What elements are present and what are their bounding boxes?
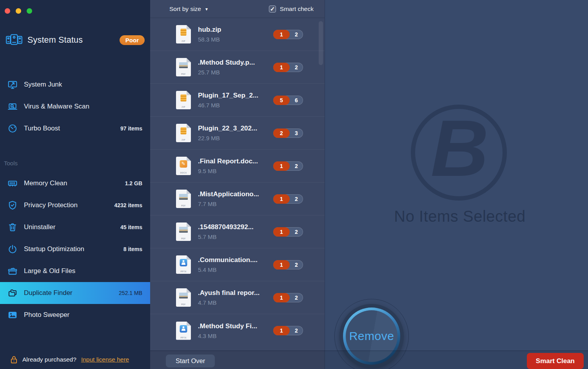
- file-size: 7.7 MB: [198, 201, 259, 207]
- smart-check-control[interactable]: Smart check: [269, 5, 314, 13]
- selected-count: 1: [273, 260, 290, 270]
- file-type-icon: PDF: [176, 190, 191, 208]
- file-name: Plugin_22_3_202...: [198, 125, 257, 132]
- file-name: hub.zip: [198, 26, 221, 34]
- sidebar-item-label: Startup Optimization: [24, 245, 84, 253]
- file-size: 4.3 MB: [198, 333, 257, 339]
- close-button[interactable]: [5, 8, 10, 14]
- sidebar-item-label: Large & Old Files: [24, 267, 75, 275]
- sidebar-item-privacy-protection[interactable]: Privacy Protection 4232 items: [0, 194, 150, 216]
- total-count: 2: [290, 260, 303, 270]
- duplicate-count-badge[interactable]: 1 2: [273, 63, 303, 72]
- file-row[interactable]: PDF .1548870493292... 5.7 MB 1 2: [150, 215, 325, 248]
- sidebar-item-label: Virus & Malware Scan: [24, 103, 89, 110]
- sidebar-item-virus-malware-scan[interactable]: Virus & Malware Scan: [0, 96, 150, 118]
- file-type-icon: DOCX: [176, 157, 191, 175]
- duplicate-count-badge[interactable]: 1 2: [273, 194, 303, 204]
- file-row[interactable]: ZIP Plugin_22_3_202... 22.9 MB 2 3: [150, 117, 325, 150]
- sidebar-tools: Memory Clean 1.2 GB Privacy Protection 4…: [0, 172, 150, 326]
- file-ext-label: PDF: [178, 238, 189, 240]
- lock-icon: [10, 355, 18, 364]
- file-row[interactable]: PDF .MistApplicationo... 7.7 MB 1 2: [150, 183, 325, 215]
- startup-optimization-icon: [7, 244, 18, 255]
- system-status-icon: [5, 33, 23, 47]
- file-row[interactable]: PPTX .Communication.... 5.4 MB 1 2: [150, 248, 325, 281]
- sidebar: System Status Poor System Junk: [0, 0, 150, 369]
- start-over-button[interactable]: Start Over: [166, 355, 215, 367]
- file-type-icon: PDF: [176, 288, 191, 307]
- virus-malware-scan-icon: [7, 101, 18, 112]
- page-title: System Status: [27, 35, 83, 45]
- file-name: .Method Study.p...: [198, 59, 255, 67]
- app-window: System Status Poor System Junk: [0, 0, 588, 369]
- file-type-icon: ZIP: [176, 25, 191, 43]
- minimize-button[interactable]: [16, 8, 21, 14]
- smart-clean-button[interactable]: Smart Clean: [527, 353, 584, 369]
- privacy-protection-icon: [7, 200, 18, 211]
- sidebar-item-count: 97 items: [120, 125, 142, 132]
- file-name: .Communication....: [198, 256, 258, 264]
- file-size: 46.7 MB: [198, 102, 258, 109]
- file-size: 4.7 MB: [198, 299, 260, 306]
- total-count: 2: [290, 161, 303, 171]
- file-row[interactable]: PPTX .Method Study Fi... 4.3 MB 1 2: [150, 314, 325, 347]
- file-list: ZIP hub.zip 58.3 MB 1 2 PDF .Method Stud…: [150, 18, 325, 351]
- file-ext-label: PPTX: [178, 336, 189, 338]
- file-name: .Ayush final repor...: [198, 289, 260, 297]
- sort-by-size-dropdown[interactable]: Sort by size ▼: [169, 5, 209, 13]
- file-ext-label: PDF: [178, 304, 189, 306]
- file-size: 58.3 MB: [198, 36, 221, 43]
- license-row: Already purchased? Input license here: [10, 355, 129, 364]
- sidebar-item-label: Memory Clean: [24, 179, 67, 187]
- duplicate-count-badge[interactable]: 1 2: [273, 293, 303, 302]
- sidebar-item-count: 4232 items: [114, 202, 142, 208]
- duplicate-count-badge[interactable]: 1 2: [273, 260, 303, 270]
- detail-panel: B No Items Selected Remove: [325, 0, 588, 369]
- file-row[interactable]: ZIP hub.zip 58.3 MB 1 2: [150, 18, 325, 51]
- duplicate-count-badge[interactable]: 1 2: [273, 326, 303, 335]
- file-ext-label: PDF: [178, 205, 189, 207]
- scrollbar-thumb[interactable]: [319, 21, 323, 65]
- file-type-icon: ZIP: [176, 124, 191, 142]
- file-ext-label: PPTX: [178, 271, 189, 273]
- file-name: .1548870493292...: [198, 223, 254, 231]
- sidebar-item-label: Photo Sweeper: [24, 311, 69, 319]
- license-prompt: Already purchased?: [22, 356, 76, 363]
- file-row[interactable]: PDF .Ayush final repor... 4.7 MB 1 2: [150, 281, 325, 314]
- input-license-link[interactable]: Input license here: [81, 356, 129, 363]
- smart-check-checkbox[interactable]: [269, 5, 276, 13]
- selected-count: 1: [273, 293, 290, 302]
- sidebar-item-photo-sweeper[interactable]: Photo Sweeper: [0, 304, 150, 326]
- sidebar-item-duplicate-finder[interactable]: Duplicate Finder 252.1 MB: [0, 282, 150, 304]
- total-count: 2: [290, 326, 303, 335]
- photo-sweeper-icon: [7, 310, 18, 320]
- duplicate-count-badge[interactable]: 1 2: [273, 161, 303, 171]
- duplicate-count-badge[interactable]: 2 3: [273, 128, 303, 138]
- sidebar-item-label: System Junk: [24, 81, 62, 89]
- sidebar-item-system-junk[interactable]: System Junk: [0, 74, 150, 96]
- file-row[interactable]: ZIP Plugin_17_Sep_2... 46.7 MB 5 6: [150, 84, 325, 117]
- sidebar-item-startup-optimization[interactable]: Startup Optimization 8 items: [0, 238, 150, 260]
- sidebar-item-memory-clean[interactable]: Memory Clean 1.2 GB: [0, 172, 150, 194]
- empty-selection-message: No Items Selected: [325, 208, 588, 225]
- file-row[interactable]: DOCX .Final Report.doc... 9.5 MB 1 2: [150, 150, 325, 183]
- tools-section-label: Tools: [4, 160, 18, 166]
- file-name: .MistApplicationo...: [198, 190, 259, 198]
- selected-count: 1: [273, 326, 290, 335]
- system-status-header: System Status Poor: [0, 31, 150, 49]
- sidebar-item-turbo-boost[interactable]: Turbo Boost 97 items: [0, 118, 150, 139]
- sidebar-item-uninstaller[interactable]: Uninstaller 45 items: [0, 216, 150, 238]
- file-ext-label: ZIP: [178, 40, 189, 42]
- status-badge: Poor: [120, 35, 145, 45]
- duplicate-count-badge[interactable]: 1 2: [273, 30, 303, 39]
- total-count: 6: [290, 96, 303, 105]
- smart-check-label: Smart check: [280, 5, 314, 13]
- duplicate-count-badge[interactable]: 5 6: [273, 96, 303, 105]
- sidebar-item-large-old-files[interactable]: Large & Old Files: [0, 260, 150, 282]
- file-size: 22.9 MB: [198, 135, 257, 141]
- selected-count: 1: [273, 227, 290, 237]
- zoom-button[interactable]: [27, 8, 32, 14]
- total-count: 2: [290, 30, 303, 39]
- duplicate-count-badge[interactable]: 1 2: [273, 227, 303, 237]
- file-row[interactable]: PDF .Method Study.p... 25.7 MB 1 2: [150, 51, 325, 84]
